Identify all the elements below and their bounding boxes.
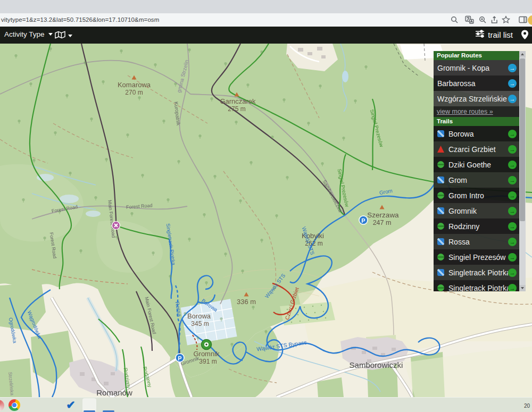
trail-label: Gromnik (448, 207, 508, 215)
gate-marker-icon[interactable] (112, 222, 120, 230)
go-arrow-icon[interactable] (508, 79, 517, 88)
windows-taskbar: ✔ 20 (0, 397, 532, 412)
activity-type-dropdown[interactable]: Activity Type (4, 30, 53, 38)
trail-label: Singletrack Piotrka (448, 268, 508, 277)
trail-label: Borowa (448, 130, 508, 138)
difficulty-icon (437, 269, 444, 276)
difficulty-icon (437, 130, 444, 137)
trail-item[interactable]: Singletrack Piotrka (434, 265, 519, 280)
go-arrow-icon[interactable] (508, 207, 517, 215)
go-arrow-icon[interactable] (508, 238, 517, 246)
go-arrow-icon[interactable] (508, 161, 517, 169)
go-arrow-icon[interactable] (508, 284, 517, 292)
difficulty-icon (437, 192, 444, 199)
check-app-icon[interactable]: ✔ (65, 399, 77, 411)
trail-label: Rossa (448, 238, 508, 246)
trail-label: Singletrack Piotrka Intro (448, 284, 508, 292)
chrome-icon[interactable] (9, 399, 20, 411)
activity-type-label: Activity Type (4, 30, 45, 38)
svg-text:P: P (361, 217, 365, 224)
trail-label: Grom (448, 176, 508, 184)
trail-item[interactable]: Gromnik (434, 203, 519, 218)
go-arrow-icon[interactable] (508, 176, 517, 184)
route-label: Gromnik - Kopa (437, 64, 508, 72)
trail-list-panel: Popular Routes Gromnik - Kopa Barbarossa… (434, 51, 526, 291)
chevron-down-icon (68, 35, 72, 37)
trail-label: Singiel Prezesów (448, 253, 508, 262)
taskbar-clock: 20 (524, 403, 530, 409)
trail-label: Grom Intro (448, 191, 508, 200)
bookmark-star-icon[interactable] (502, 15, 511, 24)
trail-list-label: trail list (488, 30, 513, 39)
trail-item[interactable]: Grom Intro (434, 188, 519, 203)
peak-label: Borowa (187, 312, 211, 320)
difficulty-icon (437, 254, 444, 260)
trails-header: Trails (434, 117, 519, 126)
parking-marker-icon[interactable]: P (359, 216, 368, 224)
peak-elevation: 336 m (237, 298, 256, 306)
profile-avatar[interactable] (528, 15, 532, 25)
peak-label: Komarowa (118, 81, 151, 89)
trail-list-button[interactable]: trail list (475, 30, 513, 39)
peak-elevation: 391 m (199, 358, 217, 365)
difficulty-icon (437, 207, 444, 214)
map-layer-dropdown[interactable] (55, 31, 72, 41)
zoom-icon[interactable] (478, 15, 487, 24)
location-pin-icon[interactable] (521, 30, 529, 42)
go-arrow-icon[interactable] (508, 64, 517, 72)
desktop: vitytype=1&z=13.2&lat=50.71526&lon=17.10… (0, 0, 532, 412)
view-more-routes-link[interactable]: view more routes » (434, 106, 519, 117)
trail-item[interactable]: Czarci Grzbiet (434, 141, 519, 157)
trail-rows: Borowa Czarci Grzbiet Dziki Goethe Grom (434, 126, 526, 291)
browser-tab-strip[interactable] (0, 0, 532, 13)
place-label: Romanów (96, 388, 132, 397)
search-icon[interactable] (450, 15, 459, 24)
scroll-up-arrow[interactable] (519, 51, 526, 57)
place-label: Samborowiczki (350, 360, 403, 369)
popular-route-item[interactable]: Barbarossa (434, 75, 519, 91)
difficulty-icon (437, 146, 444, 153)
trail-item[interactable]: Rossa (434, 234, 519, 249)
panel-scrollbar[interactable] (519, 51, 526, 291)
go-arrow-icon[interactable] (508, 253, 517, 262)
viewpoint-marker-icon[interactable] (202, 340, 212, 350)
chevron-down-icon (48, 33, 53, 36)
go-arrow-icon[interactable] (508, 130, 517, 138)
taskbar-app-icon[interactable] (0, 400, 4, 411)
popular-routes-header: Popular Routes (434, 51, 519, 60)
trail-item[interactable]: Rodzinny (434, 218, 519, 234)
peak-elevation: 270 m (125, 89, 143, 96)
difficulty-icon (437, 161, 444, 168)
popular-route-item[interactable]: Gromnik - Kopa (434, 60, 519, 75)
trail-item[interactable]: Singiel Prezesów (434, 249, 519, 265)
translate-icon[interactable] (465, 15, 474, 24)
difficulty-icon (437, 238, 444, 245)
map-canvas[interactable]: Komarowa 270 m Garnczarek 275 m Szerzawa… (0, 44, 532, 397)
peak-label: Szerzawa (367, 211, 399, 219)
peak-elevation: 275 m (228, 105, 245, 113)
address-bar-url[interactable]: vitytype=1&z=13.2&lat=50.71526&lon=17.10… (1, 16, 159, 23)
route-label: Barbarossa (437, 79, 508, 88)
scroll-down-arrow[interactable] (519, 285, 526, 291)
go-arrow-icon[interactable] (508, 268, 517, 277)
filter-sliders-icon (475, 30, 485, 39)
go-arrow-icon[interactable] (508, 95, 517, 103)
scrollbar-thumb[interactable] (520, 58, 525, 221)
parking-marker-icon[interactable]: P (176, 354, 184, 362)
difficulty-icon (437, 284, 444, 291)
trail-label: Czarci Grzbiet (448, 145, 508, 154)
trail-item[interactable]: Dziki Goethe (434, 157, 519, 172)
popular-route-item[interactable]: Wzgórza Strzelińskie Medium (434, 91, 519, 106)
go-arrow-icon[interactable] (508, 145, 517, 154)
go-arrow-icon[interactable] (508, 191, 517, 200)
trail-item[interactable]: Singletrack Piotrka Intro (434, 280, 519, 291)
split-screen-icon[interactable] (519, 15, 528, 24)
peak-elevation: 247 m (373, 219, 392, 226)
trail-item[interactable]: Grom (434, 172, 519, 188)
go-arrow-icon[interactable] (508, 222, 517, 231)
trail-item[interactable]: Borowa (434, 126, 519, 141)
share-icon[interactable] (490, 15, 499, 24)
trail-label: Rodzinny (448, 222, 508, 231)
peak-label: Garnczarek (220, 97, 256, 105)
browser-address-bar[interactable]: vitytype=1&z=13.2&lat=50.71526&lon=17.10… (0, 13, 532, 27)
